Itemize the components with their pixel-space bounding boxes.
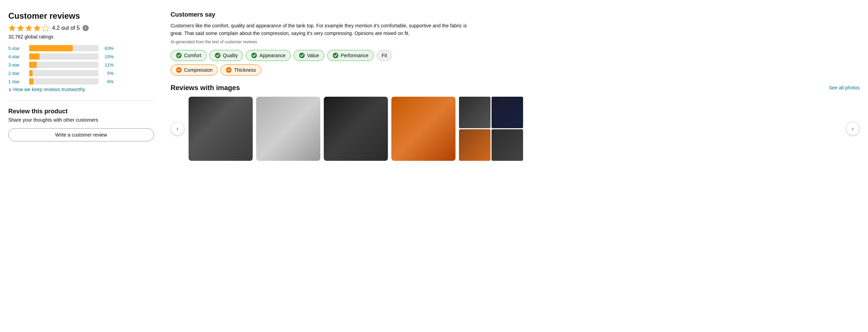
page-wrapper: Customer reviews [0, 0, 868, 172]
svg-point-7 [251, 53, 257, 58]
review-photo-4[interactable] [391, 97, 455, 161]
svg-point-8 [299, 53, 305, 58]
check-circle-icon-performance [332, 52, 339, 59]
rating-bar-pct-5: 63% [101, 46, 114, 51]
star-3 [25, 24, 33, 32]
info-icon[interactable]: i [83, 25, 89, 31]
check-circle-icon-appearance [251, 52, 257, 59]
tag-fit[interactable]: Fit [376, 50, 392, 61]
svg-marker-4 [42, 25, 49, 31]
rating-bar-fill-3 [29, 62, 37, 68]
svg-point-6 [215, 53, 220, 58]
tag-quality[interactable]: Quality [209, 50, 243, 61]
tag-quality-label: Quality [223, 53, 238, 58]
right-panel: Customers say Customers like the comfort… [171, 11, 860, 161]
rating-bar-row-5: 5 star 63% [8, 45, 154, 51]
check-circle-icon [176, 52, 182, 59]
tag-performance[interactable]: Performance [327, 50, 374, 61]
rating-bar-label-5[interactable]: 5 star [8, 46, 26, 51]
rating-bar-row-4: 4 star 15% [8, 53, 154, 60]
write-review-button[interactable]: Write a customer review [8, 128, 154, 141]
tag-thickness[interactable]: Thickness [220, 64, 261, 76]
trustworthy-link[interactable]: ∨ How we keep reviews trustworthy [8, 87, 154, 92]
review-product-subtitle: Share your thoughts with other customers [8, 117, 154, 123]
minus-circle-icon-thickness [226, 67, 232, 73]
rating-bar-track-3 [29, 62, 98, 68]
trustworthy-link-text: How we keep reviews trustworthy [13, 87, 85, 92]
review-photo-grid-5[interactable] [459, 97, 523, 161]
check-circle-icon-value [299, 52, 305, 59]
customers-say-title: Customers say [171, 11, 860, 18]
tag-value-label: Value [307, 53, 319, 58]
rating-bar-track-4 [29, 53, 98, 60]
rating-bar-fill-2 [29, 70, 33, 76]
see-all-photos-link[interactable]: See all photos [829, 85, 860, 90]
rating-bar-row-1: 1 star 6% [8, 78, 154, 85]
svg-marker-1 [17, 25, 24, 31]
review-photo-2[interactable] [256, 97, 320, 161]
tag-appearance-label: Appearance [259, 53, 286, 58]
review-photo-grid-5-3 [459, 129, 491, 161]
svg-marker-0 [9, 25, 16, 31]
tag-fit-label: Fit [382, 53, 387, 58]
rating-bar-fill-5 [29, 45, 73, 51]
rating-bar-label-3[interactable]: 3 star [8, 62, 26, 68]
rating-bar-pct-3: 11% [101, 62, 114, 68]
review-photo-1[interactable] [189, 97, 253, 161]
reviews-images-title: Reviews with images [171, 84, 240, 92]
review-photo-3[interactable] [324, 97, 388, 161]
chevron-down-icon: ∨ [8, 87, 12, 92]
tag-appearance[interactable]: Appearance [246, 50, 291, 61]
star-4 [33, 24, 41, 32]
svg-marker-2 [25, 25, 33, 31]
rating-bar-fill-4 [29, 53, 40, 60]
rating-bar-label-4[interactable]: 4 star [8, 54, 26, 59]
rating-bars: 5 star 63% 4 star 15% 3 star 11% [8, 45, 154, 85]
rating-bar-track-1 [29, 78, 98, 85]
rating-bar-fill-1 [29, 78, 33, 85]
photos-carousel: ‹ › [171, 97, 860, 161]
rating-bar-pct-1: 6% [101, 79, 114, 84]
tag-compression-label: Compression [184, 67, 212, 73]
tag-comfort-label: Comfort [184, 53, 201, 58]
rating-bar-track-2 [29, 70, 98, 76]
stars [8, 24, 49, 32]
carousel-prev-button[interactable]: ‹ [171, 122, 184, 136]
chevron-left-icon: ‹ [176, 125, 179, 132]
page-title: Customer reviews [8, 11, 154, 21]
tag-thickness-label: Thickness [234, 67, 256, 73]
rating-bar-label-1[interactable]: 1 star [8, 79, 26, 84]
left-panel: Customer reviews [8, 11, 154, 161]
rating-bar-pct-4: 15% [101, 54, 114, 59]
rating-bar-row-2: 2 star 5% [8, 70, 154, 76]
tags-row-1: Comfort Quality Appearance Value [171, 50, 860, 61]
review-photo-grid-5-1 [459, 97, 491, 128]
photos-row [189, 97, 842, 161]
stars-row: 4.2 out of 5 i [8, 24, 154, 32]
rating-bar-pct-2: 5% [101, 71, 114, 76]
tag-compression[interactable]: Compression [171, 64, 218, 76]
chevron-right-icon: › [852, 125, 854, 132]
divider [8, 101, 154, 101]
tag-performance-label: Performance [341, 53, 368, 58]
rating-bar-track-5 [29, 45, 98, 51]
star-5 [42, 24, 49, 32]
star-1 [8, 24, 16, 32]
rating-bar-label-2[interactable]: 2 star [8, 71, 26, 76]
check-circle-icon-quality [215, 52, 221, 59]
review-photo-grid-5-4 [492, 129, 523, 161]
rating-text: 4.2 out of 5 [52, 25, 80, 31]
minus-circle-icon-compression [176, 67, 182, 73]
ai-generated-note: AI-generated from the text of customer r… [171, 40, 860, 44]
svg-point-9 [333, 53, 338, 58]
tag-comfort[interactable]: Comfort [171, 50, 207, 61]
svg-marker-3 [34, 25, 41, 31]
reviews-images-header: Reviews with images See all photos [171, 84, 860, 92]
review-product-title: Review this product [8, 108, 154, 115]
carousel-next-button[interactable]: › [846, 122, 860, 136]
rating-bar-row-3: 3 star 11% [8, 62, 154, 68]
tag-value[interactable]: Value [294, 50, 324, 61]
review-photo-grid-5-2 [492, 97, 523, 128]
customers-say-text: Customers like the comfort, quality and … [171, 22, 469, 37]
svg-point-5 [176, 53, 182, 58]
